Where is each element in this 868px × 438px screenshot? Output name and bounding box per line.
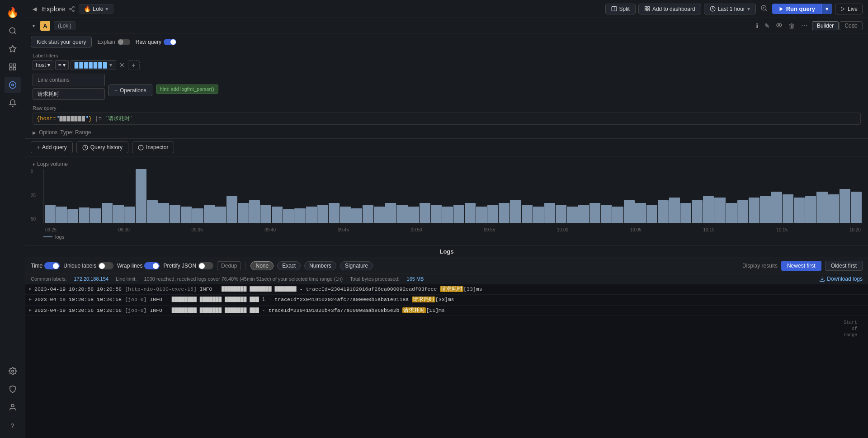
chart-bar[interactable] bbox=[340, 207, 351, 223]
chart-bar[interactable] bbox=[272, 207, 283, 223]
chart-bar[interactable] bbox=[851, 192, 862, 223]
chart-bar[interactable] bbox=[794, 198, 805, 223]
filter-add-btn[interactable]: + bbox=[128, 60, 140, 70]
chart-bar[interactable] bbox=[556, 205, 566, 223]
log-row[interactable]: ▶ 2023-04-19 10:20:58 10:20:58 [http-nio… bbox=[25, 284, 868, 295]
filter-key-select[interactable]: host ▾ bbox=[33, 60, 53, 70]
chart-bar[interactable] bbox=[181, 207, 192, 223]
chart-bar[interactable] bbox=[306, 207, 317, 223]
sidebar-item-help[interactable]: ? bbox=[5, 417, 21, 433]
prettify-json-toggle[interactable] bbox=[198, 262, 213, 269]
chart-bar[interactable] bbox=[749, 198, 760, 223]
chart-bar[interactable] bbox=[544, 203, 555, 223]
line-contains-input[interactable] bbox=[33, 88, 105, 100]
log-row[interactable]: ▶ 2023-04-19 10:20:58 10:20:58 [job-0] I… bbox=[25, 295, 868, 305]
sidebar-logo[interactable]: 🔥 bbox=[5, 5, 21, 21]
chart-bar[interactable] bbox=[714, 198, 725, 223]
query-edit-btn[interactable]: ✎ bbox=[763, 21, 772, 30]
chart-bar[interactable] bbox=[453, 205, 464, 223]
chart-bar[interactable] bbox=[612, 207, 623, 223]
chart-bar[interactable] bbox=[396, 205, 407, 223]
sidebar-item-settings[interactable] bbox=[5, 363, 21, 379]
query-delete-btn[interactable]: 🗑 bbox=[787, 21, 797, 30]
chart-bar[interactable] bbox=[45, 205, 56, 223]
chart-bar[interactable] bbox=[102, 203, 113, 223]
query-info-btn[interactable]: ℹ bbox=[754, 21, 760, 30]
collapse-sidebar-btn[interactable]: ◀ bbox=[31, 5, 38, 13]
query-collapse-btn[interactable]: ▾ bbox=[31, 23, 37, 29]
sidebar-item-shield[interactable] bbox=[5, 381, 21, 397]
chart-bar[interactable] bbox=[317, 205, 328, 223]
chart-bar[interactable] bbox=[805, 196, 816, 223]
query-more-btn[interactable]: ⋯ bbox=[799, 21, 809, 30]
sidebar-item-explore[interactable] bbox=[5, 77, 21, 93]
chart-bar[interactable] bbox=[669, 198, 680, 223]
time-range-btn[interactable]: Last 1 hour ▾ bbox=[704, 4, 756, 14]
chart-bar[interactable] bbox=[737, 200, 748, 223]
chart-bar[interactable] bbox=[113, 205, 124, 223]
sidebar-item-starred[interactable] bbox=[5, 41, 21, 57]
time-toggle[interactable] bbox=[44, 262, 60, 269]
chart-bar[interactable] bbox=[646, 205, 657, 223]
run-query-dropdown-btn[interactable]: ▾ bbox=[821, 4, 832, 14]
chart-bar[interactable] bbox=[703, 196, 714, 223]
unique-labels-toggle[interactable] bbox=[98, 262, 113, 269]
filter-exact-btn[interactable]: Exact bbox=[277, 261, 301, 270]
chart-bar[interactable] bbox=[204, 205, 215, 223]
chart-bar[interactable] bbox=[760, 196, 771, 223]
chart-bar[interactable] bbox=[329, 203, 340, 223]
chart-bar[interactable] bbox=[828, 194, 839, 223]
chart-bar[interactable] bbox=[692, 200, 703, 223]
builder-tab[interactable]: Builder bbox=[812, 21, 839, 30]
chart-bar[interactable] bbox=[408, 207, 419, 223]
filter-clear-btn[interactable]: ✕ bbox=[118, 61, 126, 69]
code-tab[interactable]: Code bbox=[840, 21, 863, 30]
query-history-btn[interactable]: Query history bbox=[76, 141, 128, 153]
chart-bar[interactable] bbox=[533, 207, 544, 223]
kick-start-btn[interactable]: Kick start your query bbox=[31, 37, 92, 47]
chart-bar[interactable] bbox=[783, 194, 793, 223]
chart-bars[interactable] bbox=[43, 169, 863, 223]
chart-bar[interactable] bbox=[374, 207, 385, 223]
newest-first-btn[interactable]: Newest first bbox=[781, 261, 821, 271]
oldest-first-btn[interactable]: Oldest first bbox=[825, 261, 863, 271]
chart-bar[interactable] bbox=[294, 208, 305, 223]
chart-bar[interactable] bbox=[260, 205, 271, 223]
chart-bar[interactable] bbox=[601, 205, 612, 223]
chart-bar[interactable] bbox=[170, 205, 180, 223]
chart-bar[interactable] bbox=[283, 209, 294, 223]
chart-bar[interactable] bbox=[840, 189, 850, 223]
chart-bar[interactable] bbox=[351, 208, 362, 223]
run-query-btn[interactable]: Run query bbox=[772, 4, 821, 14]
chart-bar[interactable] bbox=[238, 203, 249, 223]
chart-bar[interactable] bbox=[816, 192, 827, 223]
chart-bar[interactable] bbox=[510, 200, 521, 223]
chart-bar[interactable] bbox=[658, 200, 669, 223]
chart-bar[interactable] bbox=[680, 203, 691, 223]
filter-none-btn[interactable]: None bbox=[250, 261, 274, 270]
chart-bar[interactable] bbox=[590, 203, 600, 223]
add-query-btn[interactable]: + Add query bbox=[31, 141, 73, 153]
chart-bar[interactable] bbox=[771, 192, 782, 223]
chart-bar[interactable] bbox=[67, 209, 78, 223]
chart-bar[interactable] bbox=[147, 200, 158, 223]
chart-bar[interactable] bbox=[215, 207, 226, 223]
wrap-lines-toggle[interactable] bbox=[144, 262, 160, 269]
chart-bar[interactable] bbox=[624, 200, 635, 223]
filter-value-box[interactable]: ███████ ▾ bbox=[71, 60, 116, 70]
chart-bar[interactable] bbox=[442, 207, 453, 223]
query-eye-btn[interactable] bbox=[774, 21, 784, 30]
inspector-btn[interactable]: Inspector bbox=[132, 141, 174, 153]
chart-bar[interactable] bbox=[567, 207, 578, 223]
sidebar-item-alerting[interactable] bbox=[5, 95, 21, 111]
raw-query-toggle-switch[interactable] bbox=[164, 39, 176, 45]
chart-bar[interactable] bbox=[136, 169, 146, 223]
chart-bar[interactable] bbox=[124, 207, 135, 223]
add-to-dashboard-btn[interactable]: Add to dashboard bbox=[638, 4, 701, 14]
chart-bar[interactable] bbox=[420, 203, 430, 223]
chart-bar[interactable] bbox=[522, 205, 533, 223]
sidebar-item-user[interactable] bbox=[5, 399, 21, 415]
chart-bar[interactable] bbox=[226, 196, 237, 223]
dedup-btn[interactable]: Dedup bbox=[217, 261, 241, 270]
chart-bar[interactable] bbox=[635, 203, 646, 223]
